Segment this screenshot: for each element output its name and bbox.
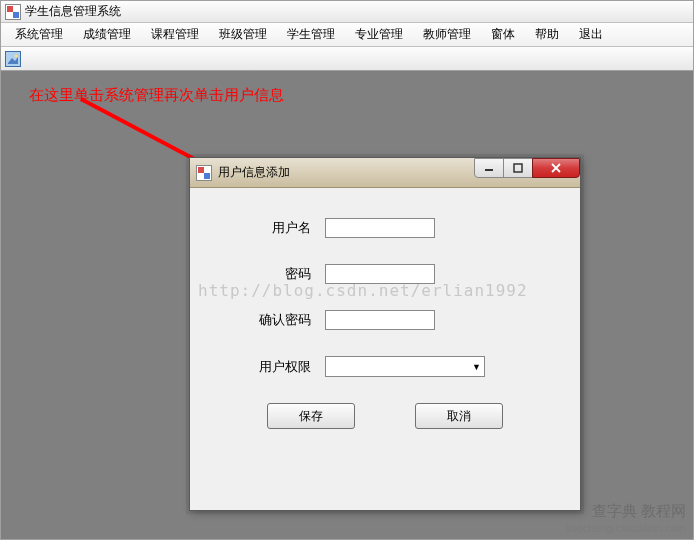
username-input[interactable] (325, 218, 435, 238)
menu-students[interactable]: 学生管理 (277, 22, 345, 47)
picture-icon[interactable] (5, 51, 21, 67)
username-label: 用户名 (210, 219, 325, 237)
add-user-dialog: 用户信息添加 用户名 (189, 157, 581, 511)
close-button[interactable] (532, 158, 580, 178)
password-input[interactable] (325, 264, 435, 284)
confirm-password-input[interactable] (325, 310, 435, 330)
main-title-bar: 学生信息管理系统 (1, 1, 693, 23)
chevron-down-icon: ▼ (469, 357, 484, 376)
cancel-button[interactable]: 取消 (415, 403, 503, 429)
mdi-area: 在这里单击系统管理再次单击用户信息 用户信息添加 (1, 71, 693, 539)
app-icon (5, 4, 21, 20)
minimize-button[interactable] (474, 158, 504, 178)
dialog-icon (196, 165, 212, 181)
dialog-title-bar[interactable]: 用户信息添加 (190, 158, 580, 188)
dialog-title: 用户信息添加 (218, 164, 290, 181)
main-title: 学生信息管理系统 (25, 3, 121, 20)
role-combobox[interactable]: ▼ (325, 356, 485, 377)
svg-rect-6 (514, 164, 522, 172)
main-window: 学生信息管理系统 系统管理 成绩管理 课程管理 班级管理 学生管理 专业管理 教… (0, 0, 694, 540)
annotation-text: 在这里单击系统管理再次单击用户信息 (29, 86, 284, 105)
menu-window[interactable]: 窗体 (481, 22, 525, 47)
role-label: 用户权限 (210, 358, 325, 376)
menu-bar: 系统管理 成绩管理 课程管理 班级管理 学生管理 专业管理 教师管理 窗体 帮助… (1, 23, 693, 47)
password-label: 密码 (210, 265, 325, 283)
window-controls (475, 158, 580, 178)
toolbar (1, 47, 693, 71)
menu-classes[interactable]: 班级管理 (209, 22, 277, 47)
menu-system[interactable]: 系统管理 (5, 22, 73, 47)
svg-point-2 (15, 54, 18, 57)
menu-help[interactable]: 帮助 (525, 22, 569, 47)
form-area: 用户名 密码 确认密码 用户权限 ▼ (190, 188, 580, 439)
menu-exit[interactable]: 退出 (569, 22, 613, 47)
menu-teachers[interactable]: 教师管理 (413, 22, 481, 47)
confirm-password-label: 确认密码 (210, 311, 325, 329)
maximize-button[interactable] (503, 158, 533, 178)
menu-grades[interactable]: 成绩管理 (73, 22, 141, 47)
menu-courses[interactable]: 课程管理 (141, 22, 209, 47)
save-button[interactable]: 保存 (267, 403, 355, 429)
menu-majors[interactable]: 专业管理 (345, 22, 413, 47)
